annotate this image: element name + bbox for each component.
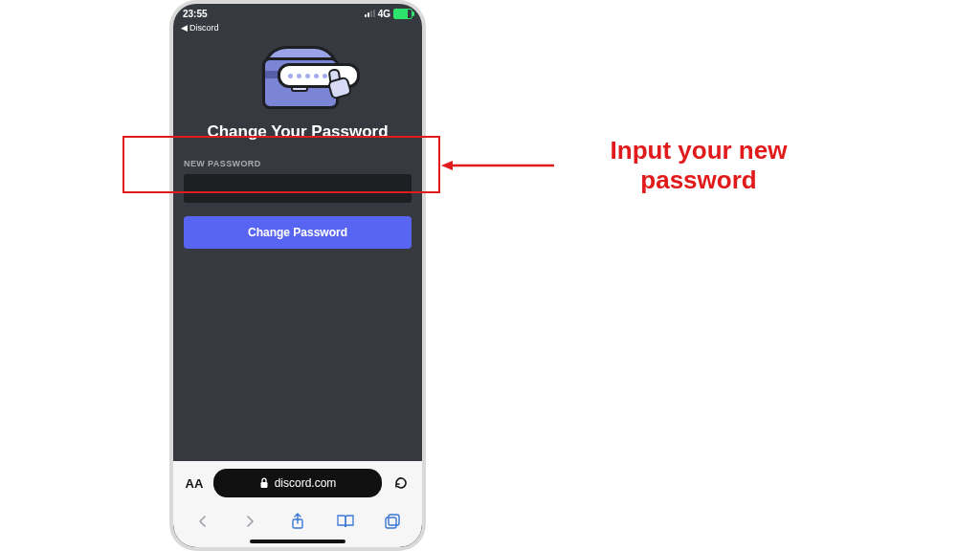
browser-chrome: AA discord.com	[173, 461, 422, 547]
chevron-left-icon	[196, 515, 210, 528]
text-size-button[interactable]: AA	[183, 476, 206, 491]
tabs-button[interactable]	[383, 512, 402, 531]
pointing-hand-icon	[327, 69, 352, 98]
back-to-app-button[interactable]: ◀ Discord	[173, 23, 422, 36]
nav-forward-button[interactable]	[240, 512, 259, 531]
chevron-left-icon: ◀	[181, 23, 188, 33]
url-row: AA discord.com	[173, 461, 422, 505]
change-password-button[interactable]: Change Password	[184, 216, 412, 249]
callout-arrow-icon	[441, 161, 556, 170]
network-label: 4G	[378, 9, 390, 19]
chevron-right-icon	[243, 515, 256, 528]
share-button[interactable]	[288, 512, 307, 531]
svg-rect-2	[386, 518, 396, 528]
address-bar-domain: discord.com	[275, 476, 337, 490]
bookmarks-button[interactable]	[336, 512, 355, 531]
new-password-label: NEW PASSWORD	[184, 159, 412, 168]
status-right: 4G	[365, 9, 412, 19]
signal-icon	[365, 10, 375, 17]
annotation-line2: password	[640, 165, 756, 194]
address-bar[interactable]: discord.com	[213, 469, 382, 497]
home-indicator[interactable]	[250, 540, 345, 543]
status-time: 23:55	[183, 9, 208, 19]
battery-icon	[393, 9, 412, 19]
annotation-line1: Input your new	[611, 136, 788, 165]
page-title: Change Your Password	[207, 122, 388, 142]
nav-back-button[interactable]	[193, 512, 212, 531]
book-icon	[336, 514, 355, 529]
content-area: Change Your Password NEW PASSWORD Change…	[173, 38, 422, 461]
browser-toolbar	[173, 505, 422, 538]
new-password-input[interactable]	[184, 174, 412, 203]
phone-screen: 23:55 4G ◀ Discord	[173, 4, 422, 547]
tabs-icon	[384, 513, 401, 530]
status-bar: 23:55 4G	[173, 4, 422, 23]
phone-frame: 23:55 4G ◀ Discord	[169, 0, 426, 551]
svg-marker-5	[441, 161, 453, 170]
back-to-app-label: Discord	[189, 23, 219, 33]
reload-button[interactable]	[390, 471, 412, 496]
share-icon	[290, 513, 305, 530]
new-password-field-wrap: NEW PASSWORD	[184, 159, 412, 203]
password-chest-illustration	[241, 44, 354, 113]
annotation-text: Input your new password	[565, 136, 833, 195]
svg-rect-0	[260, 482, 267, 488]
reload-icon	[392, 474, 410, 492]
lock-icon	[259, 477, 269, 489]
svg-rect-3	[389, 515, 399, 525]
